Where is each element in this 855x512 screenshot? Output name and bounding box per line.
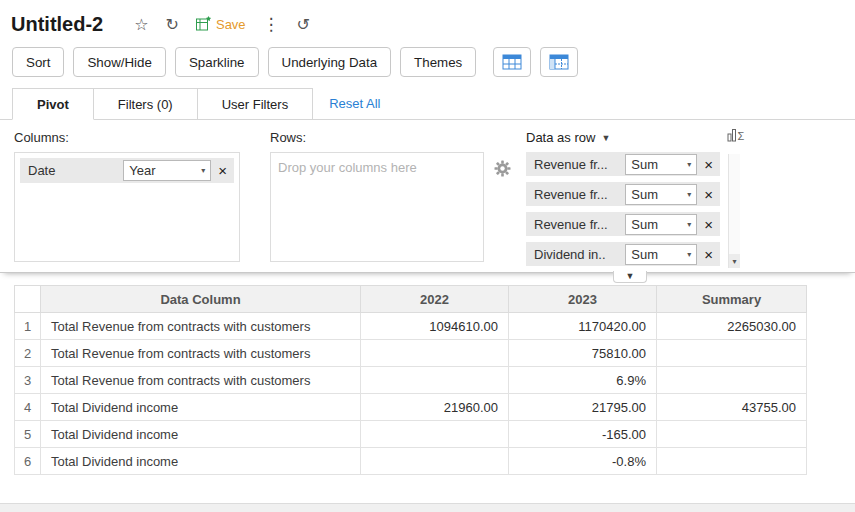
- data-as-row-label: Data as row: [526, 130, 595, 145]
- toolbar: Sort Show/Hide Sparkline Underlying Data…: [0, 40, 855, 86]
- data-chip-label: Dividend in..: [534, 247, 620, 262]
- cell-2023: 75810.00: [509, 340, 657, 367]
- refresh-icon[interactable]: ↻: [166, 17, 179, 33]
- reset-all-link[interactable]: Reset All: [329, 96, 380, 111]
- data-chip-revenue-1[interactable]: Revenue fr... Sum ▾ ×: [526, 152, 720, 176]
- columns-section: Columns: Date Year ▾ ×: [14, 128, 240, 266]
- date-granularity-value: Year: [129, 163, 155, 178]
- rows-dropzone[interactable]: Drop your columns here: [270, 152, 484, 262]
- chevron-down-icon: ▼: [601, 133, 610, 143]
- row-label: Total Revenue from contracts with custom…: [41, 340, 361, 367]
- data-as-row-dropdown[interactable]: Data as row ▼: [526, 130, 738, 145]
- cell-2023: -0.8%: [509, 448, 657, 475]
- tab-user-filters[interactable]: User Filters: [198, 88, 313, 120]
- remove-field-icon[interactable]: ×: [702, 157, 715, 172]
- row-number: 6: [15, 448, 41, 475]
- rows-section: Rows: Drop your columns here: [270, 128, 484, 266]
- underlying-data-button[interactable]: Underlying Data: [268, 47, 392, 77]
- cell-summary: 43755.00: [657, 394, 807, 421]
- cell-2023: 1170420.00: [509, 313, 657, 340]
- data-chip-label: Revenue fr...: [534, 157, 620, 172]
- cell-2022: [361, 367, 509, 394]
- show-hide-button[interactable]: Show/Hide: [73, 47, 165, 77]
- row-number: 4: [15, 394, 41, 421]
- rows-settings: [494, 128, 518, 266]
- data-field-list: Revenue fr... Sum ▾ × Revenue fr... Sum …: [526, 152, 738, 266]
- chevron-down-icon: ▾: [687, 250, 691, 259]
- chevron-down-icon: ▾: [687, 190, 691, 199]
- horizontal-scrollbar[interactable]: [0, 503, 855, 512]
- header-summary: Summary: [657, 286, 807, 313]
- columns-dropzone[interactable]: Date Year ▾ ×: [14, 152, 240, 262]
- remove-field-icon[interactable]: ×: [702, 187, 715, 202]
- settings-gear-icon[interactable]: [494, 165, 511, 180]
- cell-2023: 21795.00: [509, 394, 657, 421]
- sparkline-button[interactable]: Sparkline: [175, 47, 259, 77]
- data-list-scrollbar[interactable]: ▾: [728, 154, 740, 268]
- date-granularity-select[interactable]: Year ▾: [123, 160, 211, 181]
- aggregate-select[interactable]: Sum ▾: [625, 154, 697, 175]
- row-label: Total Revenue from contracts with custom…: [41, 367, 361, 394]
- pivot-view-icon[interactable]: [540, 47, 578, 77]
- remove-field-icon[interactable]: ×: [702, 247, 715, 262]
- row-label: Total Dividend income: [41, 394, 361, 421]
- cell-summary: [657, 448, 807, 475]
- tab-filters[interactable]: Filters (0): [94, 88, 198, 120]
- row-number: 3: [15, 367, 41, 394]
- table-row: 5 Total Dividend income -165.00: [15, 421, 807, 448]
- cell-2023: -165.00: [509, 421, 657, 448]
- table-view-icon[interactable]: [493, 47, 531, 77]
- header-data-column: Data Column: [41, 286, 361, 313]
- cell-summary: [657, 340, 807, 367]
- table-row: 1 Total Revenue from contracts with cust…: [15, 313, 807, 340]
- rows-placeholder: Drop your columns here: [278, 160, 417, 175]
- aggregate-select[interactable]: Sum ▾: [625, 214, 697, 235]
- undo-icon[interactable]: ↺: [297, 17, 310, 33]
- data-chip-dividend[interactable]: Dividend in.. Sum ▾ ×: [526, 242, 720, 266]
- aggregate-select[interactable]: Sum ▾: [625, 244, 697, 265]
- column-chip-date[interactable]: Date Year ▾ ×: [20, 158, 234, 183]
- summary-function-icon[interactable]: Σ: [727, 128, 746, 145]
- row-number: 2: [15, 340, 41, 367]
- themes-button[interactable]: Themes: [400, 47, 476, 77]
- cell-2023: 6.9%: [509, 367, 657, 394]
- tab-pivot[interactable]: Pivot: [12, 88, 94, 120]
- table-row: 4 Total Dividend income 21960.00 21795.0…: [15, 394, 807, 421]
- save-button[interactable]: Save: [196, 16, 246, 34]
- remove-column-icon[interactable]: ×: [216, 163, 229, 178]
- data-chip-revenue-3[interactable]: Revenue fr... Sum ▾ ×: [526, 212, 720, 236]
- favorite-star-icon[interactable]: ☆: [134, 17, 148, 33]
- header-2023: 2023: [509, 286, 657, 313]
- svg-text:Σ: Σ: [738, 130, 745, 142]
- row-label: Total Dividend income: [41, 421, 361, 448]
- cell-summary: 2265030.00: [657, 313, 807, 340]
- data-chip-revenue-2[interactable]: Revenue fr... Sum ▾ ×: [526, 182, 720, 206]
- row-label: Total Dividend income: [41, 448, 361, 475]
- page-title: Untitled-2: [11, 13, 103, 36]
- table-row: 6 Total Dividend income -0.8%: [15, 448, 807, 475]
- corner-cell: [15, 286, 41, 313]
- pivot-builder-panel: Columns: Date Year ▾ × Rows: Drop your c…: [0, 120, 855, 273]
- sort-button[interactable]: Sort: [12, 47, 64, 77]
- scroll-down-icon[interactable]: ▾: [729, 254, 740, 268]
- aggregate-value: Sum: [631, 187, 658, 202]
- pivot-table: Data Column 2022 2023 Summary 1 Total Re…: [0, 273, 855, 475]
- cell-2022: [361, 448, 509, 475]
- remove-field-icon[interactable]: ×: [702, 217, 715, 232]
- cell-2022: 1094610.00: [361, 313, 509, 340]
- cell-2022: [361, 421, 509, 448]
- collapse-panel-handle[interactable]: ▼: [613, 271, 647, 283]
- cell-summary: [657, 421, 807, 448]
- data-chip-label: Revenue fr...: [534, 217, 620, 232]
- chevron-down-icon: ▾: [687, 220, 691, 229]
- header: Untitled-2 ☆ ↻ Save ⋮ ↺: [0, 0, 855, 40]
- columns-label: Columns:: [14, 130, 240, 145]
- chevron-down-icon: ▾: [687, 160, 691, 169]
- cell-2022: [361, 340, 509, 367]
- rows-label: Rows:: [270, 130, 484, 145]
- aggregate-select[interactable]: Sum ▾: [625, 184, 697, 205]
- tab-bar: Pivot Filters (0) User Filters Reset All: [0, 86, 855, 120]
- chevron-down-icon: ▾: [201, 166, 205, 175]
- more-options-icon[interactable]: ⋮: [263, 16, 280, 33]
- table-row: 2 Total Revenue from contracts with cust…: [15, 340, 807, 367]
